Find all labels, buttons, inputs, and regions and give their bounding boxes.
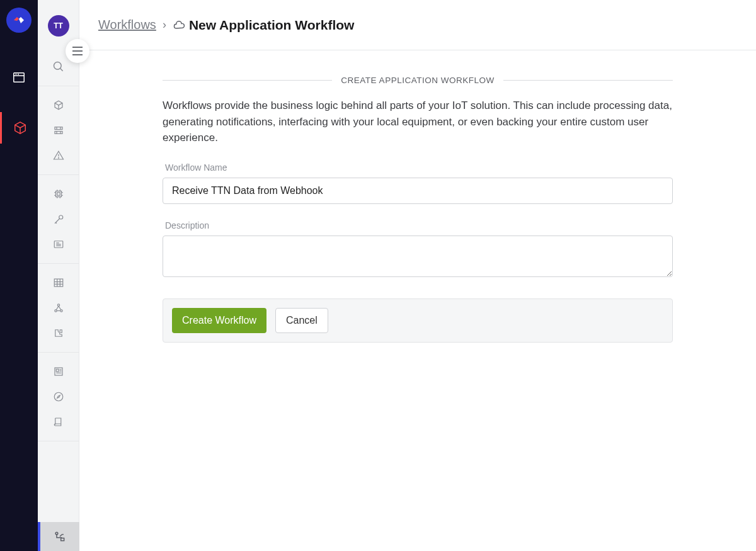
book-icon [53,416,64,428]
divider [38,174,79,175]
divider [38,263,79,264]
sidebar-item-cube[interactable] [38,93,79,118]
svg-point-47 [54,392,63,401]
chip-icon [53,188,64,200]
compass-icon [53,391,64,402]
description-label: Description [165,220,673,230]
section-title: CREATE APPLICATION WORKFLOW [332,76,503,85]
svg-point-41 [57,304,59,306]
svg-point-49 [55,532,58,535]
sidebar-item-docs[interactable] [38,409,79,435]
breadcrumb-current: New Application Workflow [173,18,355,33]
box-icon [13,121,27,135]
template-icon [53,366,64,377]
news-icon [53,239,64,250]
divider [38,352,79,353]
sidebar-item-table[interactable] [38,270,79,295]
breadcrumb-parent[interactable]: Workflows [98,18,156,32]
sidebar-item-blocks[interactable] [38,118,79,143]
sidebar-item-keys[interactable] [38,207,79,232]
cancel-button[interactable]: Cancel [275,308,328,333]
workflow-icon [54,530,66,543]
svg-point-39 [54,310,56,312]
svg-point-40 [60,310,62,312]
breadcrumb-separator: › [163,18,166,31]
logo-icon [12,13,26,27]
sidebar-item-webhook[interactable] [38,295,79,321]
svg-point-29 [59,215,62,219]
top-bar: Workflows › New Application Workflow [79,0,756,50]
content-area: CREATE APPLICATION WORKFLOW Workflows pr… [79,50,756,551]
sidebar-item-integrations[interactable] [38,321,79,346]
svg-rect-11 [55,127,62,130]
sidebar-item-news[interactable] [38,232,79,257]
primary-nav-rail [0,0,38,551]
svg-line-9 [60,69,62,71]
sidebar-item-workflows[interactable] [38,522,79,551]
svg-marker-48 [57,395,60,399]
description-group: Description [163,220,673,280]
cloud-icon [173,20,185,30]
section-header: CREATE APPLICATION WORKFLOW [163,76,673,85]
divider [38,86,79,86]
svg-rect-34 [54,279,63,287]
svg-rect-19 [55,191,61,197]
table-icon [53,277,64,288]
app-logo[interactable] [6,8,32,33]
description-input[interactable] [163,236,673,277]
main-area: Workflows › New Application Workflow CRE… [79,0,756,551]
key-icon [52,213,65,225]
svg-rect-43 [56,369,59,372]
svg-rect-12 [55,132,62,134]
rail-item-applications[interactable] [0,112,38,144]
svg-point-18 [58,157,59,158]
cube-icon [53,99,64,111]
warning-icon [53,150,64,161]
workflow-name-label: Workflow Name [165,162,673,173]
create-workflow-button[interactable]: Create Workflow [172,308,266,333]
puzzle-icon [53,327,64,339]
workflow-name-input[interactable] [163,178,673,204]
search-icon [52,60,65,73]
sidebar-item-alerts[interactable] [38,143,79,168]
hamburger-toggle[interactable] [66,39,89,63]
intro-text: Workflows provide the business logic beh… [163,98,673,146]
dashboard-icon [12,71,26,84]
breadcrumb-current-text: New Application Workflow [189,18,355,33]
sidebar-item-templates[interactable] [38,359,79,384]
user-avatar[interactable]: TT [48,15,69,37]
svg-point-8 [54,62,61,70]
divider [38,441,79,441]
sidebar-item-explore[interactable] [38,384,79,409]
blocks-icon [53,125,64,136]
workflow-name-group: Workflow Name [163,162,673,204]
secondary-sidebar: TT [38,0,79,551]
rail-item-dashboard[interactable] [0,62,38,93]
webhook-icon [53,302,64,314]
svg-rect-50 [60,538,64,541]
hamburger-icon [72,47,83,55]
svg-rect-20 [57,193,60,196]
sidebar-item-chip[interactable] [38,181,79,207]
action-panel: Create Workflow Cancel [163,298,673,343]
